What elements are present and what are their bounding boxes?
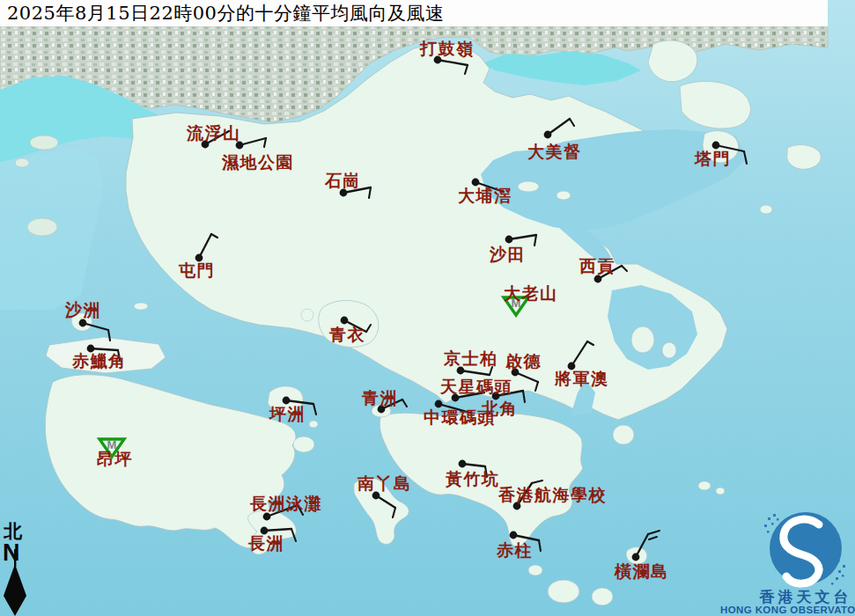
station-label-green-island: 青洲 <box>361 388 398 407</box>
station-label-wetland-park: 濕地公園 <box>221 152 294 172</box>
title-bar: 2025年8月15日22時00分的十分鐘平均風向及風速 <box>0 0 828 26</box>
station-label-sha-tin: 沙田 <box>489 245 526 264</box>
station-label-ta-kwu-ling: 打鼓嶺 <box>419 39 475 58</box>
station-label-tsing-yi: 青衣 <box>328 325 365 344</box>
station-label-kings-park: 京士柏 <box>443 348 498 368</box>
station-dot <box>632 554 640 561</box>
station-label-chek-lap-kok: 赤鱲角 <box>71 351 127 370</box>
station-dot <box>79 319 87 327</box>
station-label-sai-kung: 西貢 <box>579 256 615 275</box>
station-label-wong-chuk-hang: 黃竹坑 <box>445 469 500 488</box>
station-label-tap-mun: 塔門 <box>694 149 731 168</box>
tolo-islet <box>556 191 571 200</box>
lingding-island <box>27 218 57 236</box>
round-island <box>528 565 542 576</box>
station-label-peng-chau: 坪洲 <box>269 404 306 423</box>
deep-bay-islet <box>30 136 58 150</box>
ninepin-islet <box>698 481 711 490</box>
north-arrow-stem <box>14 549 16 567</box>
hko-logo-name-en: HONG KONG OBSERVATORY <box>720 605 855 615</box>
station-label-sha-chau: 沙洲 <box>64 300 101 319</box>
port-shelter-islet <box>662 342 676 358</box>
station-dot <box>544 131 552 139</box>
station-label-tai-po-kau: 大埔滘 <box>458 186 512 205</box>
hko-logo-name-cn: 香港天文台 <box>759 588 852 605</box>
kau-sai-chau-island <box>631 326 654 353</box>
station-label-lau-fau-shan: 流浮山 <box>186 123 241 143</box>
station-label-lamma-island: 南丫島 <box>357 473 412 493</box>
station-label-tseung-kwan-o: 將軍澳 <box>554 369 609 388</box>
kat-o-island <box>648 40 697 82</box>
station-label-cheung-chau-beach: 長洲泳灘 <box>249 494 322 513</box>
ninepin-islet <box>716 488 725 495</box>
station-label-shek-kong: 石崗 <box>324 171 361 190</box>
po-toi-island <box>548 580 579 603</box>
ma-wan-island <box>301 309 313 321</box>
deep-bay-islet <box>15 158 29 167</box>
station-dot <box>263 513 271 521</box>
station-label-central-pier: 中環碼頭 <box>424 407 496 427</box>
station-label-stanley: 赤柱 <box>496 540 533 560</box>
station-label-tuen-mun: 屯門 <box>178 260 215 280</box>
station-label-ngong-ping: 昂坪 <box>97 449 133 468</box>
north-letter: N <box>3 539 20 566</box>
tolo-islet <box>518 181 539 192</box>
station-dot <box>341 317 349 325</box>
station-label-cheung-chau: 長洲 <box>247 533 284 553</box>
kau-yi-chau-island <box>309 421 318 428</box>
station-dot <box>505 236 513 244</box>
tung-lung-island <box>613 425 634 444</box>
station-dot <box>510 532 518 539</box>
wind-map-screen: MM 打鼓嶺流浮山濕地公園石崗大美督塔門大埔滘沙田屯門西貢沙洲赤鱲角青衣京士柏啟… <box>0 0 855 616</box>
station-label-tai-mei-tuk: 大美督 <box>527 142 582 161</box>
station-label-tates-cairn: 大老山 <box>504 283 558 303</box>
beaufort-island <box>592 588 613 605</box>
station-dot <box>594 275 602 283</box>
brothers-islet <box>134 303 148 310</box>
station-label-waglan-island: 橫瀾島 <box>614 561 669 581</box>
station-label-star-ferry: 天星碼頭 <box>439 377 512 396</box>
map-svg: MM 打鼓嶺流浮山濕地公園石崗大美督塔門大埔滘沙田屯門西貢沙洲赤鱲角青衣京士柏啟… <box>0 0 855 616</box>
station-label-hk-sea-school: 香港航海學校 <box>498 485 607 504</box>
map-title: 2025年8月15日22時00分的十分鐘平均風向及風速 <box>7 1 444 26</box>
station-dot <box>459 460 467 468</box>
hei-ling-chau-island <box>293 436 314 452</box>
station-label-kai-tak: 啟德 <box>505 351 542 370</box>
mirs-bay-islet <box>760 205 772 214</box>
